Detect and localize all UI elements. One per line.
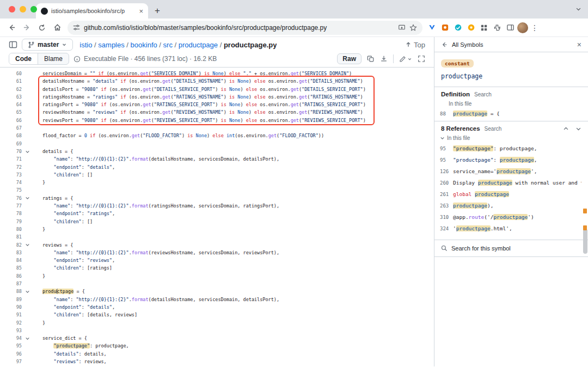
line-number[interactable]: 81 <box>0 233 22 241</box>
line-number[interactable]: 65 <box>0 108 22 116</box>
line-number[interactable]: 72 <box>0 163 22 171</box>
reference-item[interactable]: 126service_name='productpage', <box>434 166 588 177</box>
breadcrumb-link[interactable]: samples <box>98 41 124 49</box>
extension-icon-4[interactable] <box>465 22 477 34</box>
line-number[interactable]: 75 <box>0 186 22 194</box>
line-number[interactable]: 94 <box>0 334 22 342</box>
back-to-top-link[interactable]: Top <box>405 41 425 49</box>
line-number[interactable]: 78 <box>0 210 22 217</box>
home-icon[interactable] <box>50 21 64 35</box>
site-settings-icon[interactable] <box>73 24 80 31</box>
line-number[interactable]: 66 <box>0 117 22 124</box>
profile-avatar[interactable] <box>517 22 528 33</box>
line-number[interactable]: 70 <box>0 148 22 155</box>
share-screen-icon[interactable] <box>398 24 406 31</box>
edit-button[interactable] <box>399 56 412 63</box>
line-number[interactable]: 90 <box>0 303 22 311</box>
line-number[interactable]: 62 <box>0 85 22 93</box>
line-number[interactable]: 88 <box>0 288 22 295</box>
breadcrumb-link[interactable]: istio <box>79 41 92 49</box>
window-close-button[interactable] <box>9 6 15 13</box>
fold-toggle-icon[interactable] <box>22 336 33 341</box>
chevron-up-icon[interactable] <box>563 126 569 132</box>
extension-icon-2[interactable] <box>439 22 451 34</box>
all-symbols-link[interactable]: All Symbols <box>452 41 483 48</box>
breadcrumb-link[interactable]: bookinfo <box>131 41 157 49</box>
tab-close-icon[interactable]: × <box>139 8 143 15</box>
in-this-file-collapsible[interactable]: In this file <box>434 133 588 143</box>
breadcrumb-link[interactable]: productpage <box>179 41 218 49</box>
reload-icon[interactable] <box>35 21 49 35</box>
window-minimize-button[interactable] <box>20 6 26 13</box>
line-number[interactable]: 60 <box>0 70 22 77</box>
definition-search-link[interactable]: Search <box>474 91 492 97</box>
browser-tab[interactable]: istio/samples/bookinfo/src/p × <box>36 3 148 19</box>
line-number[interactable]: 83 <box>0 249 22 256</box>
fold-toggle-icon[interactable] <box>22 289 33 294</box>
line-number[interactable]: 86 <box>0 272 22 280</box>
extensions-puzzle-icon[interactable] <box>491 22 503 34</box>
line-number[interactable]: 89 <box>0 296 22 303</box>
file-tree-toggle-icon[interactable] <box>9 40 17 49</box>
tab-overview-chevron-icon[interactable] <box>575 6 581 12</box>
line-number[interactable]: 96 <box>0 350 22 358</box>
reference-item[interactable]: 261global productpage <box>434 188 588 200</box>
tab-blame[interactable]: Blame <box>38 53 69 64</box>
line-number[interactable]: 87 <box>0 280 22 288</box>
line-number[interactable]: 63 <box>0 93 22 101</box>
reference-item[interactable]: 324'productpage.html', <box>434 223 588 234</box>
line-number[interactable]: 80 <box>0 225 22 233</box>
search-symbol-row[interactable]: Search for this symbol <box>434 240 588 257</box>
line-number[interactable]: 82 <box>0 241 22 249</box>
line-number[interactable]: 91 <box>0 311 22 319</box>
line-number[interactable]: 71 <box>0 155 22 163</box>
references-search-link[interactable]: Search <box>485 126 502 132</box>
fold-toggle-icon[interactable] <box>22 195 33 200</box>
branch-selector-button[interactable]: master <box>22 39 73 51</box>
line-number[interactable]: 85 <box>0 264 22 272</box>
forward-icon[interactable] <box>20 21 34 35</box>
line-number[interactable]: 74 <box>0 179 22 186</box>
download-icon[interactable] <box>380 55 388 63</box>
line-number[interactable]: 76 <box>0 194 22 202</box>
address-bar[interactable]: github.com/istio/istio/blob/master/sampl… <box>68 21 422 35</box>
reference-item[interactable]: 95"productpage": productpage, <box>434 154 588 166</box>
bookmark-star-icon[interactable] <box>409 24 417 32</box>
window-zoom-button[interactable] <box>30 6 37 13</box>
breadcrumb-link[interactable]: src <box>163 41 173 49</box>
back-icon[interactable] <box>4 21 19 35</box>
fold-toggle-icon[interactable] <box>22 242 33 247</box>
line-number[interactable]: 61 <box>0 77 22 85</box>
reference-item[interactable]: 263productpage), <box>434 200 588 211</box>
extension-icon-1[interactable] <box>426 22 438 34</box>
definition-item[interactable]: 88productpage = { <box>434 108 588 119</box>
line-number[interactable]: 68 <box>0 132 22 139</box>
back-arrow-icon[interactable] <box>441 41 448 48</box>
line-number[interactable]: 84 <box>0 256 22 264</box>
browser-menu-kebab-icon[interactable]: ⋮ <box>529 23 540 32</box>
line-number[interactable]: 69 <box>0 140 22 148</box>
reference-item[interactable]: 260Display productpage with normal user … <box>434 177 588 188</box>
chevron-down-icon[interactable] <box>575 126 581 132</box>
copy-icon[interactable] <box>367 55 375 63</box>
line-number[interactable]: 95 <box>0 342 22 350</box>
tab-code[interactable]: Code <box>9 53 38 64</box>
line-number[interactable]: 73 <box>0 171 22 179</box>
extension-icon-5[interactable] <box>478 22 490 34</box>
line-number[interactable]: 77 <box>0 202 22 210</box>
reference-item[interactable]: 310@app.route('/productpage') <box>434 211 588 223</box>
line-number[interactable]: 97 <box>0 358 22 365</box>
close-icon[interactable]: × <box>577 41 581 48</box>
fold-toggle-icon[interactable] <box>22 149 33 154</box>
new-tab-button[interactable]: + <box>155 6 160 15</box>
expand-view-icon[interactable] <box>418 55 425 63</box>
line-number[interactable]: 64 <box>0 101 22 108</box>
line-number[interactable]: 67 <box>0 124 22 132</box>
raw-button[interactable]: Raw <box>337 53 362 64</box>
line-number[interactable]: 93 <box>0 327 22 334</box>
reference-item[interactable]: 95"productpage": productpage, <box>434 143 588 154</box>
side-panel-icon[interactable] <box>504 22 516 34</box>
line-number[interactable]: 79 <box>0 218 22 225</box>
extension-icon-3[interactable] <box>452 22 464 34</box>
line-number[interactable]: 92 <box>0 319 22 327</box>
